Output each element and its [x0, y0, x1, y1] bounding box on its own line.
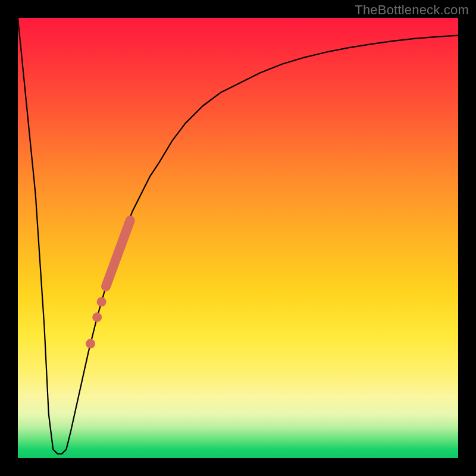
highlight-segment	[106, 220, 130, 286]
highlight-dot-2	[92, 312, 102, 322]
highlight-dot-3	[86, 339, 95, 349]
highlight-dot-1	[97, 297, 107, 306]
chart-frame: TheBottleneck.com	[0, 0, 476, 476]
bottleneck-curve	[18, 18, 458, 454]
chart-svg	[18, 18, 458, 458]
watermark-text: TheBottleneck.com	[355, 2, 469, 18]
plot-area	[18, 18, 458, 458]
